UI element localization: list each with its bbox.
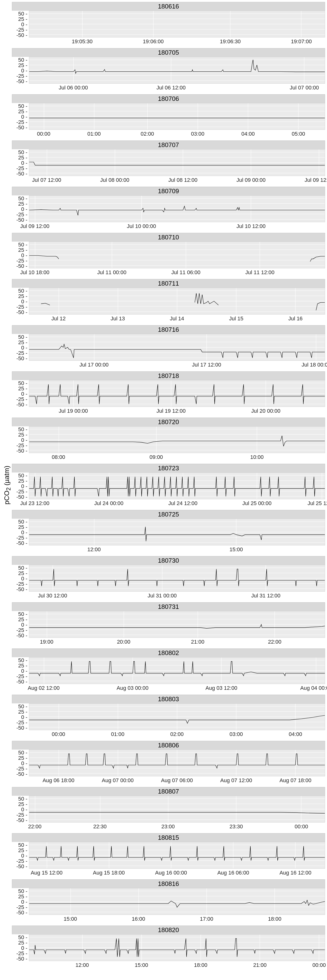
plot-area	[29, 934, 325, 961]
y-tick: -50 -	[16, 864, 27, 869]
y-tick: 0 -	[21, 530, 27, 535]
y-tick: 50 -	[18, 519, 27, 525]
y-tick: -25 -	[16, 397, 27, 402]
y-tick: -25 -	[16, 119, 27, 125]
y-axis: 50 -25 -0 --25 --50 -	[12, 888, 29, 915]
x-tick: 15:00	[64, 916, 77, 922]
panel-title: 180711	[12, 279, 325, 288]
x-tick: Jul 16	[288, 315, 303, 322]
y-tick: -50 -	[16, 679, 27, 684]
series-line	[29, 436, 325, 446]
series-line	[29, 900, 325, 907]
x-tick: 01:00	[111, 731, 124, 737]
x-tick: 00:00	[37, 131, 50, 137]
plot-area	[29, 380, 325, 407]
x-tick: Jul 17 00:00	[79, 362, 108, 368]
x-tick: 15:00	[135, 962, 148, 968]
x-tick: 19:05:30	[72, 38, 93, 45]
x-tick: 18:00	[268, 916, 281, 922]
x-tick: 22:00	[268, 639, 281, 645]
y-axis: 50 -25 -0 --25 --50 -	[12, 103, 29, 130]
y-tick: 0 -	[21, 668, 27, 674]
x-tick: 00:00	[313, 962, 326, 968]
x-tick: 23:00	[161, 824, 175, 830]
panel-body: 50 -25 -0 --25 --50 -	[12, 380, 325, 407]
x-tick: Jul 11 06:00	[171, 269, 201, 275]
panel-title: 180710	[12, 233, 325, 242]
y-tick: 25 -	[18, 247, 27, 253]
panel-180709: 18070950 -25 -0 --25 --50 -Jul 09 12:00J…	[12, 187, 325, 229]
panel-body: 50 -25 -0 --25 --50 -	[12, 334, 325, 361]
x-tick: Jul 06 00:00	[59, 84, 88, 91]
panel-body: 50 -25 -0 --25 --50 -	[12, 703, 325, 730]
x-tick: Jul 14	[170, 315, 184, 322]
series-line	[29, 661, 325, 676]
y-tick: -25 -	[16, 812, 27, 818]
plot-area	[29, 196, 325, 222]
y-tick: 25 -	[18, 63, 27, 68]
x-tick: Jul 24 12:00	[168, 500, 198, 506]
panel-180616: 18061650 -25 -0 --25 --50 -19:05:3019:06…	[12, 2, 325, 45]
x-axis: Aug 15 12:00Aug 15 18:00Aug 16 00:00Aug …	[29, 869, 325, 876]
y-tick: 25 -	[18, 940, 27, 945]
x-axis: Jul 19 00:00Jul 19 12:00Jul 20 00:00	[29, 407, 325, 414]
x-tick: Jul 07 12:00	[32, 177, 61, 183]
y-tick: -25 -	[16, 581, 27, 587]
y-tick: 50 -	[18, 750, 27, 756]
y-tick: 25 -	[18, 201, 27, 207]
y-axis: 50 -25 -0 --25 --50 -	[12, 934, 29, 961]
panel-body: 50 -25 -0 --25 --50 -	[12, 473, 325, 499]
x-tick: 04:00	[241, 131, 255, 137]
x-tick: Jul 31 12:00	[251, 593, 281, 599]
y-axis: 50 -25 -0 --25 --50 -	[12, 149, 29, 176]
x-tick: 10:00	[250, 454, 263, 460]
x-axis: Jul 06 00:00Jul 06 12:00Jul 07 00:00	[29, 84, 325, 91]
y-tick: 25 -	[18, 109, 27, 114]
y-tick: 50 -	[18, 842, 27, 848]
y-axis: 50 -25 -0 --25 --50 -	[12, 242, 29, 268]
y-tick: 25 -	[18, 848, 27, 853]
panel-title: 180716	[12, 325, 325, 334]
y-tick: 50 -	[18, 935, 27, 940]
x-tick: Jul 20 00:00	[251, 408, 281, 414]
panel-title: 180616	[12, 2, 325, 11]
panel-body: 50 -25 -0 --25 --50 -	[12, 242, 325, 268]
y-tick: 0 -	[21, 714, 27, 720]
x-tick: 19:06:30	[220, 38, 241, 45]
plot-area	[29, 519, 325, 546]
y-tick: 25 -	[18, 16, 27, 22]
x-tick: Jul 25 00:00	[242, 500, 271, 506]
x-axis: 22:0022:3023:0023:3000:00	[29, 822, 325, 830]
panel-body: 50 -25 -0 --25 --50 -	[12, 749, 325, 776]
x-tick: 12:00	[87, 546, 101, 553]
y-axis: 50 -25 -0 --25 --50 -	[12, 657, 29, 684]
x-axis: 08:0009:0010:00	[29, 453, 325, 460]
x-tick: Jul 25 12:00	[308, 500, 327, 506]
y-tick: 50 -	[18, 796, 27, 802]
x-axis: 00:0001:0002:0003:0004:00	[29, 730, 325, 737]
y-tick: 0 -	[21, 391, 27, 397]
y-tick: -50 -	[16, 264, 27, 269]
y-tick: -25 -	[16, 905, 27, 910]
y-tick: 25 -	[18, 525, 27, 530]
y-axis: 50 -25 -0 --25 --50 -	[12, 565, 29, 592]
y-tick: 50 -	[18, 11, 27, 16]
x-tick: Jul 19 00:00	[59, 408, 88, 414]
plot-area	[29, 796, 325, 822]
x-tick: 23:30	[230, 824, 243, 830]
x-tick: 20:00	[117, 639, 131, 645]
y-tick: 25 -	[18, 386, 27, 391]
y-tick: 50 -	[18, 196, 27, 201]
y-axis-label: pCO2 (µatm)	[2, 466, 12, 504]
x-tick: 19:00	[40, 639, 53, 645]
panel-180716: 18071650 -25 -0 --25 --50 -Jul 17 00:00J…	[12, 325, 325, 368]
panels-container: 18061650 -25 -0 --25 --50 -19:05:3019:06…	[12, 2, 325, 968]
panel-title: 180730	[12, 556, 325, 565]
x-axis: Jul 07 12:00Jul 08 00:00Jul 08 12:00Jul …	[29, 176, 325, 183]
x-tick: Aug 16 12:00	[279, 870, 311, 876]
x-tick: 17:00	[200, 916, 214, 922]
x-tick: 19:07:00	[291, 38, 312, 45]
panel-180725: 18072550 -25 -0 --25 --50 -12:0015:00	[12, 510, 325, 553]
x-tick: 02:00	[170, 731, 184, 737]
x-tick: 02:00	[140, 131, 154, 137]
